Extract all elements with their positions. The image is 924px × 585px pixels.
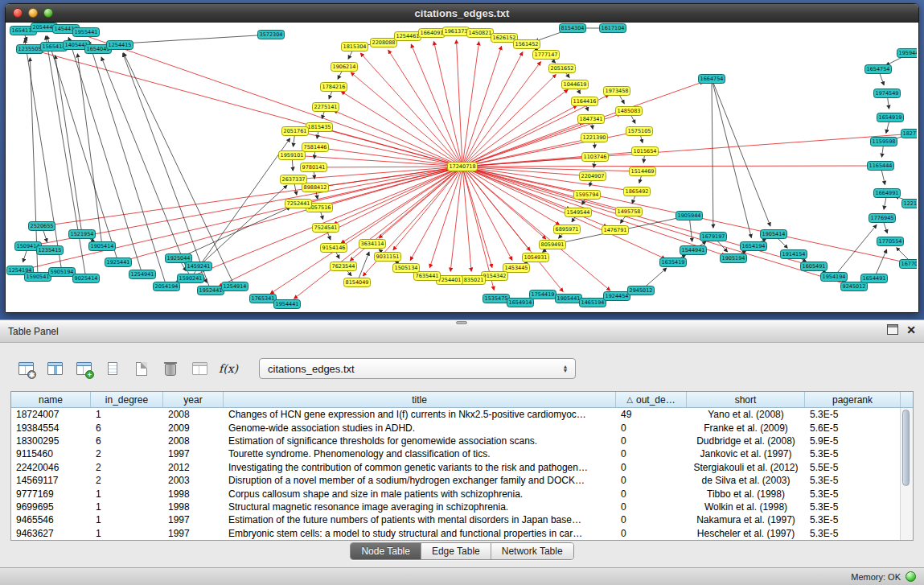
graph-node[interactable]: 1777147 <box>533 51 560 60</box>
graph-edge[interactable] <box>464 62 540 164</box>
cell-short[interactable]: Dudbridge et al. (2008) <box>687 435 805 447</box>
graph-node[interactable]: 7623544 <box>331 262 357 271</box>
cell-year[interactable]: 2003 <box>163 475 224 486</box>
graph-node[interactable]: 1664091 <box>419 29 446 38</box>
table-selector-combo[interactable]: citations_edges.txt ▲▼ <box>259 358 576 379</box>
cell-pagerank[interactable]: 5.3E-5 <box>805 475 901 486</box>
cell-in_degree[interactable]: 1 <box>91 528 163 539</box>
graph-edge[interactable] <box>294 183 297 195</box>
graph-node[interactable]: 1544941 <box>680 246 707 255</box>
tab-edge-table[interactable]: Edge Table <box>421 543 491 559</box>
cell-title[interactable]: Disruption of a novel member of a sodium… <box>224 475 616 486</box>
graph-edge[interactable] <box>712 82 713 228</box>
cell-pagerank[interactable]: 5.5E-5 <box>805 462 901 473</box>
graph-node[interactable]: 9245012 <box>841 282 868 291</box>
graph-node[interactable]: 1159598 <box>871 138 897 146</box>
graph-edge[interactable] <box>464 52 523 164</box>
merge-table-button[interactable] <box>188 357 211 380</box>
graph-node[interactable]: 1959441 <box>897 49 918 58</box>
graph-node[interactable]: 1954441 <box>274 300 301 309</box>
graph-node[interactable]: 7252441 <box>285 200 312 208</box>
graph-node[interactable]: 9025414 <box>73 274 100 283</box>
cell-out_degree[interactable]: 0 <box>616 462 687 473</box>
graph-edge[interactable] <box>886 121 889 134</box>
cell-title[interactable]: Structural magnetic resonance image aver… <box>224 501 616 513</box>
network-graph[interactable]: 1724071818153041906214178421622751411815… <box>6 23 917 312</box>
column-header-title[interactable]: title <box>224 392 616 407</box>
cell-year[interactable]: 2008 <box>163 435 224 447</box>
graph-node[interactable]: 2945012 <box>628 286 655 295</box>
graph-edge[interactable] <box>123 53 210 287</box>
graph-node[interactable]: 9031151 <box>375 253 401 262</box>
graph-edge[interactable] <box>463 42 479 163</box>
table-row[interactable]: 946554611997Estimation of the future num… <box>11 513 913 526</box>
graph-edge[interactable] <box>292 159 293 171</box>
graph-edge[interactable] <box>884 196 886 209</box>
graph-node[interactable]: 2204907 <box>580 172 606 181</box>
graph-edge[interactable] <box>30 58 38 274</box>
graph-node[interactable]: 1905414 <box>761 230 787 239</box>
graph-node[interactable]: 1549544 <box>565 208 592 217</box>
table-row[interactable]: 2242004622012Investigating the contribut… <box>11 461 913 474</box>
graph-node[interactable]: 1776945 <box>869 214 896 223</box>
cell-out_degree[interactable]: 0 <box>616 528 687 539</box>
graph-node[interactable]: 1485083 <box>616 107 643 116</box>
cell-title[interactable]: Genome-wide association studies in ADHD. <box>224 422 616 434</box>
graph-edge[interactable] <box>55 56 82 231</box>
cell-in_degree[interactable]: 1 <box>91 501 163 513</box>
cell-year[interactable]: 1997 <box>163 528 224 539</box>
graph-node[interactable]: 8154304 <box>560 24 586 33</box>
cell-title[interactable]: Tourette syndrome. Phenomenology and cla… <box>224 448 616 459</box>
graph-node[interactable]: 1679197 <box>700 233 727 241</box>
graph-edge[interactable] <box>322 167 459 167</box>
graph-node[interactable]: 1954194 <box>821 273 848 282</box>
cell-out_degree[interactable]: 0 <box>616 435 687 447</box>
graph-node[interactable]: 3634114 <box>359 240 386 249</box>
graph-node[interactable]: 1459241 <box>186 262 212 271</box>
cell-year[interactable]: 1998 <box>163 488 224 500</box>
graph-node[interactable]: 2275141 <box>313 103 339 112</box>
graph-node[interactable]: 1973458 <box>604 87 630 96</box>
zoom-window-button[interactable] <box>43 8 53 18</box>
graph-edge[interactable] <box>25 39 62 269</box>
graph-edge[interactable] <box>881 169 885 184</box>
cell-title[interactable]: Changes of HCN gene expression and I(f) … <box>224 409 616 420</box>
row-height-button[interactable] <box>101 357 124 380</box>
graph-node[interactable]: 1914154 <box>781 250 807 259</box>
cell-title[interactable]: Corpus callosum shape and size in male p… <box>224 488 616 500</box>
cell-name[interactable]: 9463627 <box>11 528 91 539</box>
graph-node[interactable]: 1654491 <box>861 274 888 283</box>
graph-node[interactable]: 1905414 <box>89 242 116 251</box>
cell-in_degree[interactable]: 1 <box>91 488 163 500</box>
graph-node[interactable]: 1905441 <box>556 295 582 303</box>
graph-node[interactable]: 1254415 <box>107 41 133 50</box>
cell-year[interactable]: 2009 <box>163 422 224 434</box>
graph-node[interactable]: 1254914 <box>222 282 248 291</box>
graph-node[interactable]: 1590241 <box>178 274 204 283</box>
cell-short[interactable]: Tibbo et al. (1998) <box>687 488 805 500</box>
network-canvas[interactable]: 1724071818153041906214178421622751411815… <box>6 23 918 312</box>
cell-short[interactable]: de Silva et al. (2003) <box>687 475 805 486</box>
graph-node[interactable]: 1521954 <box>69 230 96 239</box>
graph-node[interactable]: 1847341 <box>578 115 605 124</box>
graph-node[interactable]: 1015654 <box>632 147 659 156</box>
graph-node[interactable]: 1164416 <box>572 97 598 106</box>
graph-node[interactable]: 1974549 <box>874 89 901 98</box>
cell-short[interactable]: Jankovic et al. (1997) <box>687 448 805 459</box>
graph-edge[interactable] <box>463 170 492 268</box>
graph-node[interactable]: 1235505 <box>17 45 43 54</box>
close-window-button[interactable] <box>13 8 23 18</box>
graph-edge[interactable] <box>466 134 906 167</box>
graph-node[interactable]: 1815435 <box>306 123 333 132</box>
splitter-grip[interactable] <box>456 321 467 324</box>
cell-pagerank[interactable]: 5.6E-5 <box>805 422 901 434</box>
graph-node[interactable]: 1221030 <box>902 200 918 208</box>
graph-node[interactable]: 1595794 <box>574 191 601 200</box>
cell-year[interactable]: 1997 <box>163 448 224 459</box>
column-header-in_degree[interactable]: in_degree <box>91 392 163 407</box>
graph-edge[interactable] <box>463 47 501 164</box>
graph-edge[interactable] <box>324 148 459 166</box>
cell-short[interactable]: Nakamura et al. (1997) <box>687 514 805 525</box>
graph-edge[interactable] <box>465 169 564 291</box>
graph-node[interactable]: 1254461 <box>395 32 421 41</box>
